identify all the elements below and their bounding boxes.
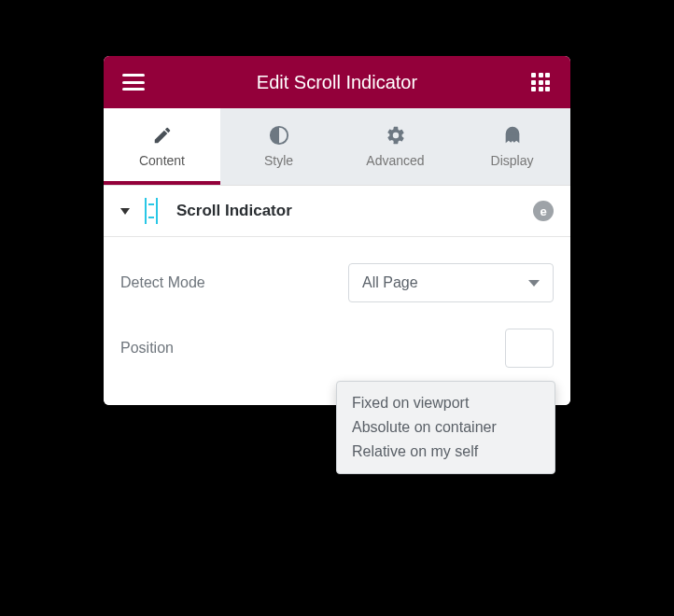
svg-point-1 bbox=[509, 133, 511, 134]
tab-content[interactable]: Content bbox=[104, 108, 220, 185]
section-header[interactable]: Scroll Indicator e bbox=[104, 185, 570, 237]
detect-mode-row: Detect Mode All Page bbox=[120, 250, 554, 315]
hamburger-icon bbox=[122, 74, 145, 91]
half-circle-icon bbox=[269, 125, 289, 146]
svg-point-2 bbox=[513, 133, 515, 134]
tabs: Content Style Advanced Display bbox=[104, 108, 570, 185]
tab-advanced[interactable]: Advanced bbox=[337, 108, 454, 185]
tab-display-label: Display bbox=[491, 153, 534, 168]
tab-style[interactable]: Style bbox=[220, 108, 337, 185]
position-select[interactable] bbox=[505, 329, 554, 368]
position-label: Position bbox=[120, 340, 174, 357]
menu-button[interactable] bbox=[119, 67, 148, 97]
gear-icon bbox=[386, 125, 406, 146]
panel-header: Edit Scroll Indicator bbox=[104, 56, 570, 108]
position-option[interactable]: Relative on my self bbox=[352, 440, 540, 464]
panel-title: Edit Scroll Indicator bbox=[148, 72, 526, 93]
brand-badge-icon: e bbox=[533, 201, 554, 221]
position-row: Position bbox=[120, 315, 554, 381]
tab-display[interactable]: Display bbox=[454, 108, 570, 185]
tab-style-label: Style bbox=[264, 153, 293, 168]
tab-advanced-label: Advanced bbox=[366, 153, 424, 168]
detect-mode-select[interactable]: All Page bbox=[348, 263, 554, 302]
grid-icon bbox=[531, 73, 550, 91]
controls-area: Detect Mode All Page Position bbox=[104, 237, 570, 405]
pencil-icon bbox=[152, 125, 173, 146]
section-title: Scroll Indicator bbox=[176, 202, 524, 220]
chevron-down-icon bbox=[120, 208, 130, 215]
editor-panel: Edit Scroll Indicator Content Style Adva… bbox=[104, 56, 570, 405]
position-option[interactable]: Fixed on viewport bbox=[352, 391, 540, 415]
position-dropdown: Fixed on viewport Absolute on container … bbox=[336, 381, 555, 474]
tab-content-label: Content bbox=[139, 153, 185, 168]
ghost-icon bbox=[502, 125, 523, 146]
apps-button[interactable] bbox=[526, 67, 555, 97]
position-option[interactable]: Absolute on container bbox=[352, 415, 540, 440]
scroll-indicator-icon bbox=[145, 198, 158, 224]
detect-mode-label: Detect Mode bbox=[120, 274, 205, 291]
detect-mode-value: All Page bbox=[362, 274, 418, 291]
chevron-down-icon bbox=[528, 280, 540, 287]
